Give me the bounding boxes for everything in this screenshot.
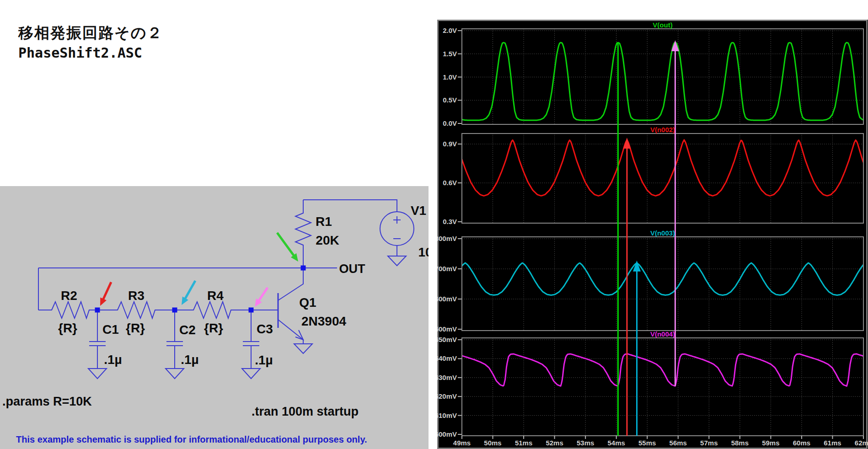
- y-tick-label: 500mV: [437, 325, 457, 333]
- resistor-r3-value[interactable]: {R}: [126, 321, 145, 335]
- waveform-canvas[interactable]: 2.0V1.5V1.0V0.5V0.0V0.9V0.6V0.3V800mV700…: [437, 20, 868, 449]
- node-n003: [172, 308, 177, 313]
- source-v1-ref[interactable]: V1: [411, 203, 426, 218]
- net-label-out[interactable]: OUT: [339, 262, 366, 276]
- y-tick-label: 600mV: [437, 295, 457, 303]
- x-tick-label: 62ms: [855, 439, 868, 447]
- x-tick-label: 56ms: [670, 439, 687, 447]
- node-n002: [95, 308, 100, 313]
- resistor-r2-value[interactable]: {R}: [58, 321, 77, 335]
- resistor-r4-value[interactable]: {R}: [204, 321, 223, 335]
- y-tick-label: 610mV: [437, 412, 457, 419]
- transistor-q1-ref[interactable]: Q1: [299, 295, 316, 310]
- supply-top-wire: [303, 200, 397, 212]
- resistor-r1-symbol: [295, 200, 311, 268]
- y-tick-label: 1.0V: [443, 73, 457, 81]
- y-tick-label: 600mV: [437, 430, 457, 438]
- trace-title-V(n002)[interactable]: V(n002): [650, 126, 675, 134]
- x-tick-label: 50ms: [484, 439, 501, 447]
- y-tick-label: 0.6V: [443, 179, 457, 187]
- capacitor-c3-value[interactable]: .1µ: [255, 353, 273, 367]
- directive-tran[interactable]: .tran 100m startup: [252, 405, 359, 418]
- x-tick-label: 51ms: [515, 439, 532, 447]
- y-tick-label: 0.9V: [443, 140, 457, 148]
- y-tick-label: 0.3V: [443, 218, 457, 225]
- y-tick-label: 0.5V: [443, 96, 457, 104]
- y-tick-label: 620mV: [437, 392, 457, 400]
- y-tick-label: 630mV: [437, 374, 457, 381]
- x-tick-label: 59ms: [762, 439, 779, 447]
- green-annotation-arrow: [277, 233, 295, 257]
- x-tick-label: 52ms: [546, 439, 563, 447]
- schematic-labels[interactable]: R2{R}R3{R}R4{R}C1.1µC2.1µC3.1µR120KQ12N3…: [2, 203, 429, 418]
- schematic-filename: PhaseShift2.ASC: [18, 45, 142, 61]
- trace-title-V(n003)[interactable]: V(n003): [650, 229, 675, 237]
- x-tick-label: 55ms: [638, 439, 656, 447]
- source-v1-value[interactable]: 10: [418, 245, 429, 259]
- ground-v1-icon: [388, 256, 406, 266]
- ground-c1-icon: [88, 369, 107, 379]
- junction-nodes: [95, 266, 306, 313]
- capacitor-c1-ref[interactable]: C1: [102, 322, 119, 337]
- page-title: 移相発振回路その２: [18, 23, 163, 43]
- resistor-r1-ref[interactable]: R1: [316, 214, 332, 229]
- capacitor-c2-ref[interactable]: C2: [179, 323, 196, 337]
- ground-q1-icon: [294, 344, 312, 353]
- y-tick-label: 640mV: [437, 354, 457, 362]
- screenshot-root: 移相発振回路その２ PhaseShift2.ASC: [0, 0, 868, 449]
- v1-plus-icon: [393, 216, 401, 224]
- cyan-annotation-arrow: [184, 281, 195, 300]
- y-tick-label: 700mV: [437, 265, 457, 273]
- y-tick-label: 800mV: [437, 235, 457, 242]
- resistor-r4-ref[interactable]: R4: [207, 289, 224, 303]
- resistor-r1-value[interactable]: 20K: [316, 233, 339, 247]
- x-tick-label: 58ms: [731, 439, 749, 447]
- capacitor-c1-symbol: [89, 310, 106, 369]
- x-tick-label: 54ms: [608, 439, 625, 447]
- capacitor-c1-value[interactable]: .1µ: [104, 353, 122, 367]
- ground-c3-icon: [242, 369, 260, 379]
- capacitor-c2-value[interactable]: .1µ: [181, 353, 198, 367]
- y-tick-label: 1.5V: [443, 50, 457, 58]
- resistor-r2-ref[interactable]: R2: [61, 289, 77, 303]
- ground-c2-icon: [166, 369, 184, 379]
- rc-ladder-row: [38, 302, 278, 318]
- trace-title-V(n004)[interactable]: V(n004): [650, 330, 675, 338]
- magenta-annotation-arrow: [258, 288, 268, 302]
- waveform-panel[interactable]: 2.0V1.5V1.0V0.5V0.0V0.9V0.6V0.3V800mV700…: [437, 20, 868, 449]
- schematic-canvas[interactable]: R2{R}R3{R}R4{R}C1.1µC2.1µC3.1µR120KQ12N3…: [0, 186, 429, 449]
- x-tick-label: 53ms: [577, 439, 594, 447]
- x-tick-label: 57ms: [700, 439, 718, 447]
- red-annotation-arrow: [102, 282, 111, 300]
- resistor-r3-ref[interactable]: R3: [128, 289, 145, 303]
- x-tick-label: 61ms: [824, 439, 841, 447]
- y-tick-label: 2.0V: [443, 27, 457, 34]
- transistor-q1-value[interactable]: 2N3904: [301, 314, 347, 328]
- y-tick-label: 650mV: [437, 336, 457, 343]
- directive-params[interactable]: .params R=10K: [2, 395, 92, 408]
- disclaimer-text: This example schematic is supplied for i…: [16, 434, 367, 445]
- x-tick-label: 49ms: [453, 439, 471, 447]
- y-tick-label: 0.0V: [443, 119, 457, 127]
- schematic-pane[interactable]: R2{R}R3{R}R4{R}C1.1µC2.1µC3.1µR120KQ12N3…: [0, 186, 429, 449]
- node-n004: [249, 308, 254, 313]
- trace-title-V(out)[interactable]: V(out): [653, 21, 672, 29]
- wires[interactable]: [38, 200, 414, 379]
- x-tick-label: 60ms: [793, 439, 810, 447]
- capacitor-c3-ref[interactable]: C3: [257, 322, 273, 336]
- node-out: [301, 266, 306, 271]
